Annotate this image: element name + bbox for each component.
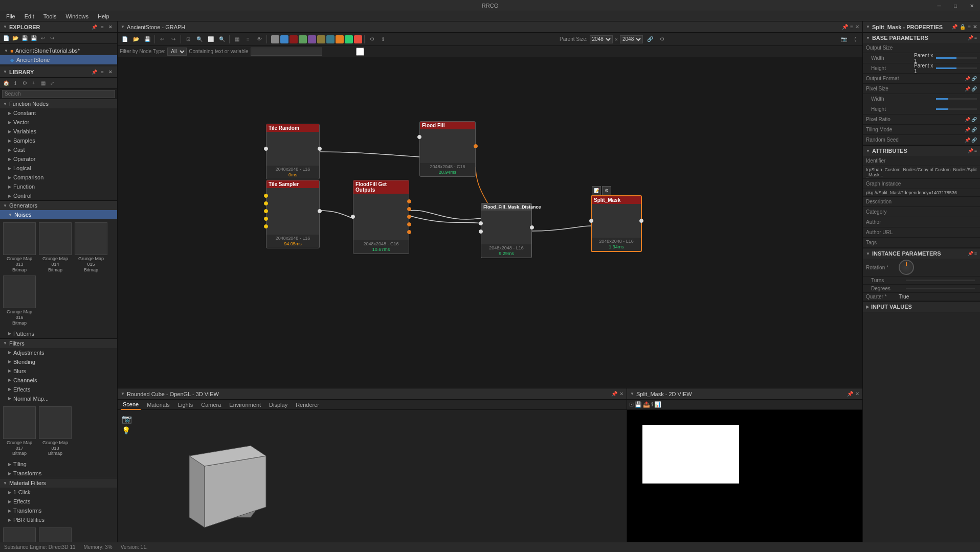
of-link-icon[interactable]: 🔗 [971, 76, 977, 81]
ffg-out4[interactable] [407, 222, 411, 226]
library-menu-icon[interactable]: ≡ [99, 68, 106, 76]
node-flood-fill-distance[interactable]: Flood_Fill_Mask_Distance 2048x2048 - L16… [481, 203, 532, 258]
bp-pin-icon[interactable]: 📌 [968, 35, 973, 40]
lib-cat-generators-header[interactable]: ▼ Generators [0, 201, 117, 210]
lib-item-grunge016[interactable]: Grunge Map 016Bitmap [2, 274, 37, 327]
tb-ps-link-btn[interactable]: 🔗 [645, 34, 655, 44]
lib-sub-cast[interactable]: ▶ Cast [0, 145, 117, 154]
ip-header[interactable]: ▼ INSTANCE PARAMETERS 📌 ≡ [863, 248, 980, 259]
lib-sub-control[interactable]: ▶ Control [0, 191, 117, 200]
lib-grid-icon[interactable]: ▦ [39, 79, 47, 87]
open-icon[interactable]: 📂 [11, 34, 19, 42]
library-close-icon[interactable]: ✕ [107, 68, 114, 76]
parent-size-w-select[interactable]: 20481024512 [590, 35, 613, 43]
graph-menu-icon[interactable]: ≡ [850, 24, 853, 30]
vp3d-canvas[interactable]: 📷 💡 [118, 410, 627, 542]
ffg-out5[interactable] [407, 230, 411, 234]
lib-sub-transforms[interactable]: ▶ Transforms [0, 469, 117, 478]
maximize-button[interactable]: □ [947, 0, 964, 11]
parent-size-h-select[interactable]: 20481024512 [620, 35, 643, 43]
undo-icon[interactable]: ↩ [39, 34, 47, 42]
pr-link-icon[interactable]: 🔗 [971, 117, 977, 122]
tile-random-output-port[interactable] [318, 147, 322, 151]
tm-link-icon[interactable]: 🔗 [971, 127, 977, 132]
lib-sub-pbr[interactable]: ▶ PBR Utilities [0, 515, 117, 524]
lib-sub-tiling[interactable]: ▶ Tiling [0, 459, 117, 469]
vp3d-light-icon[interactable]: 💡 [122, 426, 130, 434]
lib-sub-variables[interactable]: ▶ Variables [0, 127, 117, 136]
lib-item-grunge014[interactable]: Grunge Map 014Bitmap [38, 221, 73, 273]
tb-zoom-in-btn[interactable]: 🔍 [194, 34, 205, 44]
tb-undo-btn[interactable]: ↩ [157, 34, 167, 44]
attrs-pin-icon[interactable]: 📌 [968, 148, 973, 153]
color-dot-lime[interactable] [345, 35, 353, 43]
lib-sub-operator[interactable]: ▶ Operator [0, 154, 117, 164]
color-dot-green[interactable] [299, 35, 307, 43]
menu-tools[interactable]: Tools [39, 11, 61, 21]
close-button[interactable]: ✕ [964, 0, 980, 11]
menu-help[interactable]: Help [94, 11, 114, 21]
vp3d-tab-lights[interactable]: Lights [176, 400, 195, 410]
height-slider[interactable] [936, 67, 977, 69]
lib-item-grunge013[interactable]: Grunge Map 013Bitmap [2, 221, 37, 273]
ts-input3[interactable] [264, 209, 268, 213]
base-params-header[interactable]: ▼ BASE PARAMETERS 📌 ≡ [863, 33, 980, 43]
tb-new-btn[interactable]: 📄 [120, 34, 130, 44]
tb-save-btn[interactable]: 💾 [142, 34, 152, 44]
ff-input1[interactable] [417, 135, 421, 139]
color-dot-blue[interactable] [280, 35, 288, 43]
vp3d-tab-scene[interactable]: Scene [121, 400, 141, 410]
ip-menu-icon[interactable]: ≡ [974, 251, 977, 256]
lib-sub-patterns[interactable]: ▶ Patterns [0, 329, 117, 338]
vp3d-camera-icon[interactable]: 📷 [122, 414, 132, 424]
graph-pin-icon[interactable]: 📌 [842, 24, 848, 30]
tb-collapse-btn[interactable]: ⟨ [850, 34, 860, 44]
save-icon[interactable]: 💾 [20, 34, 29, 42]
lib-sub-1click[interactable]: ▶ 1-Click [0, 488, 117, 497]
minimize-button[interactable]: ─ [931, 0, 947, 11]
lib-sub-vector[interactable]: ▶ Vector [0, 118, 117, 127]
lib-sub-channels[interactable]: ▶ Channels [0, 376, 117, 385]
node-split-mask[interactable]: 📝 ⚙ Split_Mask 2048x2048 - L16 1.34ms [591, 195, 642, 252]
lib-sub-normalmap[interactable]: ▶ Normal Map... [0, 394, 117, 403]
save-all-icon[interactable]: 💾 [30, 34, 38, 42]
lib-sub-effects[interactable]: ▶ Effects [0, 385, 117, 394]
lib-sub-noises[interactable]: ▼ Noises [0, 210, 117, 219]
rs-pin-icon[interactable]: 📌 [965, 137, 970, 143]
width-slider[interactable] [936, 57, 977, 59]
color-dot-teal[interactable] [326, 35, 335, 43]
color-dot-purple[interactable] [308, 35, 316, 43]
attrs-header[interactable]: ▼ ATTRIBUTES 📌 ≡ [863, 146, 980, 156]
sm-input[interactable] [589, 219, 593, 223]
ts-output[interactable] [318, 209, 322, 213]
tb-ps-settings-btn[interactable]: ⚙ [657, 34, 667, 44]
library-search-input[interactable] [2, 90, 115, 98]
vp3d-tab-materials[interactable]: Materials [145, 400, 172, 410]
lib-item-grunge017[interactable]: Grunge Map 017Bitmap [2, 405, 37, 457]
vp2d-canvas[interactable] [627, 410, 862, 542]
vp2d-chart-icon[interactable]: 📊 [654, 401, 661, 408]
lib-item-grunge018[interactable]: Grunge Map 018Bitmap [38, 405, 73, 457]
tb-settings-btn[interactable]: ⚙ [367, 34, 377, 44]
node-floodfill-get[interactable]: FloodFill Get Outputs 2048x2048 - C16 10… [353, 180, 409, 254]
ts-input1[interactable] [264, 194, 268, 198]
ffg-out1[interactable] [407, 199, 411, 203]
lib-cat-material-filters-header[interactable]: ▼ Material Filters [0, 478, 117, 488]
node-tile-random[interactable]: Tile Random 2048x2048 - L16 0ms [266, 124, 320, 179]
lib-sub-comparison[interactable]: ▶ Comparison [0, 173, 117, 182]
library-pin-icon[interactable]: 📌 [91, 68, 98, 76]
menu-windows[interactable]: Windows [61, 11, 93, 21]
vp2d-fit-icon[interactable]: ⊡ [629, 401, 634, 408]
tb-info-btn[interactable]: ℹ [378, 34, 388, 44]
lib-sub-constant[interactable]: ▶ Constant [0, 108, 117, 118]
ffg-out2[interactable] [407, 207, 411, 211]
color-dot-crimson[interactable] [354, 35, 362, 43]
color-dot-gray[interactable] [271, 35, 279, 43]
degrees-slider[interactable] [906, 288, 975, 289]
tb-open-btn[interactable]: 📂 [131, 34, 141, 44]
lib-info-icon[interactable]: ℹ [11, 79, 19, 87]
tb-search-btn[interactable]: 🔍 [217, 34, 227, 44]
ts-input5[interactable] [264, 224, 268, 228]
node-options-icon[interactable]: ⚙ [602, 186, 611, 195]
color-dot-orange[interactable] [336, 35, 344, 43]
